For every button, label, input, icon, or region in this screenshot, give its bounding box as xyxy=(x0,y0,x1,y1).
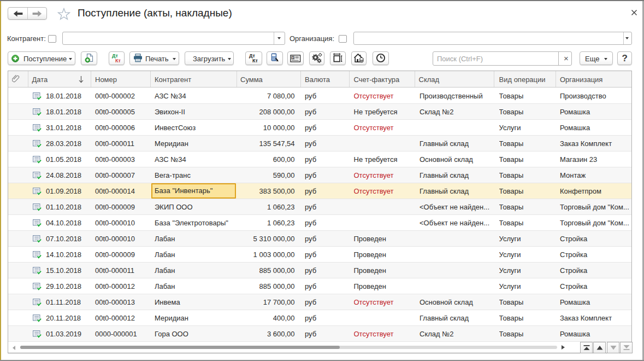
svg-text:$: $ xyxy=(292,56,294,59)
